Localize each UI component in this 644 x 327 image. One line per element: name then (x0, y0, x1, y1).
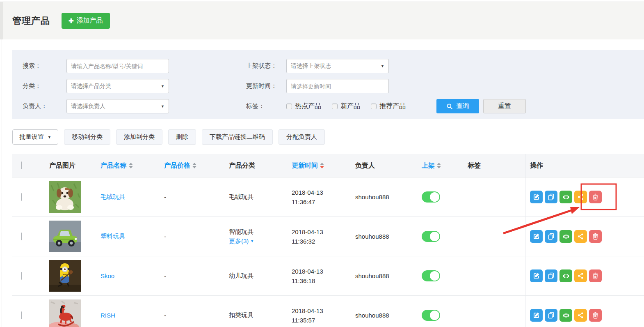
row-checkbox[interactable] (21, 311, 22, 319)
update-time-cell: 2018-04-13 11:35:57 (287, 306, 351, 325)
delete-button[interactable] (589, 309, 602, 322)
shelf-status-select[interactable]: 请选择上架状态 ▼ (286, 59, 389, 73)
left-page-border (2, 39, 2, 327)
category-label: 分类： (23, 82, 64, 90)
update-time-label: 更新时间： (246, 82, 286, 90)
edit-button[interactable] (530, 309, 543, 322)
assign-owner-label: 分配负责人 (286, 133, 317, 141)
preview-button[interactable] (560, 269, 572, 282)
delete-button[interactable] (589, 191, 602, 203)
product-name-link[interactable]: 毛绒玩具 (100, 193, 125, 200)
edit-icon (533, 193, 540, 200)
tag-option-recommended-label: 推荐产品 (379, 102, 406, 111)
owner-select-value: 请选择负责人 (71, 103, 105, 110)
tag-option-recommended[interactable]: 推荐产品 (371, 102, 406, 111)
update-time-input[interactable] (286, 79, 389, 93)
edit-button[interactable] (530, 230, 543, 243)
owner-cell: shouhou888 (351, 272, 414, 279)
share-button[interactable] (574, 269, 587, 282)
shelf-toggle-on[interactable] (422, 231, 440, 242)
assign-owner-button[interactable]: 分配负责人 (279, 129, 325, 145)
header-product-price[interactable]: 产品价格 (160, 161, 224, 170)
delete-button[interactable] (589, 230, 602, 243)
delete-selected-button[interactable]: 删除 (168, 129, 196, 145)
tag-option-hot-label: 热点产品 (295, 102, 321, 111)
copy-button[interactable] (545, 191, 557, 203)
sort-icon (129, 163, 133, 168)
share-button[interactable] (574, 230, 587, 243)
product-image-rocking-horse (49, 299, 81, 327)
tag-option-new[interactable]: 新产品 (332, 102, 360, 111)
product-price: - (160, 272, 224, 279)
tag-checkbox-group: 热点产品 新产品 推荐产品 (286, 102, 406, 111)
update-date: 2018-04-13 (292, 267, 351, 276)
row-checkbox[interactable] (21, 233, 22, 240)
checkbox-recommended-product[interactable] (371, 104, 377, 109)
select-all-checkbox[interactable] (21, 161, 22, 169)
checkbox-new-product[interactable] (332, 104, 338, 109)
search-input[interactable] (66, 59, 169, 73)
product-name-link[interactable]: 塑料玩具 (100, 233, 125, 239)
delete-button[interactable] (589, 269, 602, 282)
shelf-toggle-on[interactable] (422, 270, 440, 281)
share-button[interactable] (574, 309, 587, 322)
tag-option-new-label: 新产品 (340, 102, 360, 111)
header-update-time[interactable]: 更新时间 (287, 161, 351, 170)
more-categories-link[interactable]: 更多(3) ▼ (229, 237, 287, 245)
copy-button[interactable] (545, 309, 557, 322)
header-product-name[interactable]: 产品名称 (94, 161, 160, 170)
update-date: 2018-04-13 (292, 227, 351, 237)
tag-option-hot[interactable]: 热点产品 (286, 102, 321, 111)
header-owner: 负责人 (351, 161, 414, 170)
update-clock: 11:36:32 (292, 237, 351, 246)
reset-button[interactable]: 重置 (483, 99, 526, 113)
share-icon (577, 193, 584, 200)
caret-down-icon: ▼ (48, 135, 51, 139)
update-date: 2018-04-13 (292, 188, 351, 197)
shelf-toggle-on[interactable] (422, 191, 440, 203)
row-checkbox[interactable] (21, 193, 22, 201)
copy-button[interactable] (545, 230, 557, 243)
table-row: 塑料玩具 - 智能玩具 更多(3) ▼ 2018-04-13 11:36:32 … (12, 217, 644, 256)
toggle-knob (430, 271, 439, 281)
add-to-category-button[interactable]: 添加到分类 (116, 129, 162, 145)
row-checkbox[interactable] (21, 272, 22, 280)
search-label: 搜索： (23, 62, 64, 70)
share-button[interactable] (574, 191, 587, 203)
move-to-category-button[interactable]: 移动到分类 (64, 129, 110, 145)
product-name-link[interactable]: Skoo (100, 272, 114, 279)
sort-icon (437, 163, 441, 168)
shelf-toggle-on[interactable] (422, 310, 440, 321)
toggle-knob (430, 311, 439, 320)
share-icon (577, 312, 584, 319)
edit-button[interactable] (530, 269, 543, 282)
owner-label: 负责人： (23, 102, 64, 110)
copy-icon (548, 272, 555, 279)
preview-button[interactable] (560, 309, 572, 322)
search-icon (446, 103, 453, 110)
update-time-cell: 2018-04-13 11:36:18 (287, 267, 351, 286)
download-qr-button[interactable]: 下载产品链接二维码 (202, 129, 273, 145)
query-button[interactable]: 查询 (436, 99, 479, 113)
delete-selected-label: 删除 (176, 133, 188, 141)
preview-button[interactable] (560, 230, 572, 243)
caret-down-icon: ▼ (250, 239, 254, 243)
owner-select[interactable]: 请选择负责人 ▼ (66, 99, 169, 113)
query-button-label: 查询 (456, 102, 469, 111)
product-image-green-toy-car (49, 221, 81, 252)
left-edge-strip (0, 2, 3, 39)
preview-button[interactable] (560, 191, 572, 203)
header-shelf-status[interactable]: 上架 (414, 161, 461, 170)
product-name-link[interactable]: RISH (100, 312, 115, 319)
product-price: - (160, 312, 224, 319)
checkbox-hot-product[interactable] (286, 104, 292, 109)
trash-icon (592, 193, 599, 200)
update-clock: 11:36:47 (292, 197, 351, 207)
category-select[interactable]: 请选择产品分类 ▼ (66, 79, 169, 93)
batch-settings-dropdown[interactable]: 批量设置 ▼ (12, 129, 58, 145)
page-header: 管理产品 ✚ 添加产品 (0, 2, 644, 39)
edit-button[interactable] (530, 191, 543, 203)
caret-down-icon: ▼ (161, 84, 164, 88)
copy-button[interactable] (545, 269, 557, 282)
add-product-button[interactable]: ✚ 添加产品 (62, 13, 110, 29)
